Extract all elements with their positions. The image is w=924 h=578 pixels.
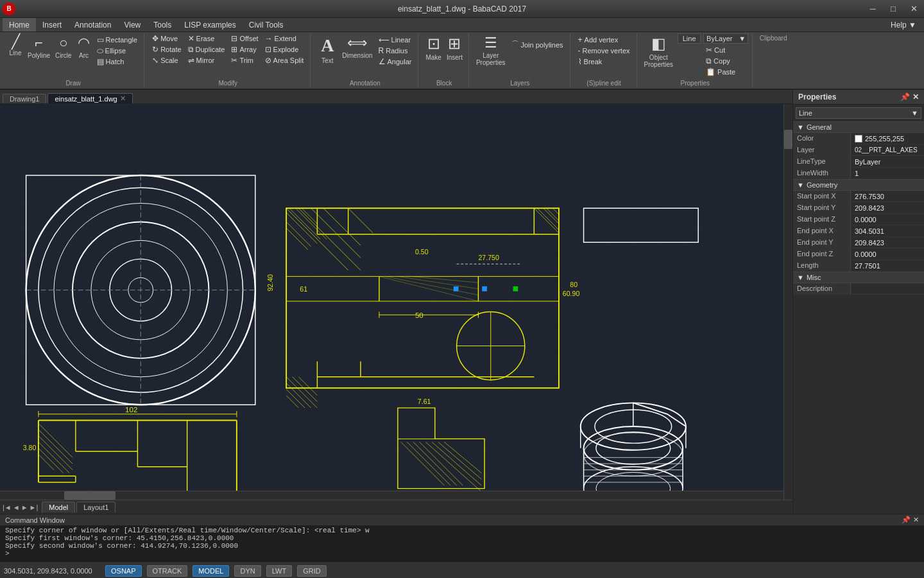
offset-button[interactable]: ⊟Offset bbox=[228, 33, 261, 44]
linewidth-val[interactable]: 1 bbox=[851, 168, 924, 179]
menu-home[interactable]: Home bbox=[3, 18, 36, 31]
maximize-button[interactable]: □ bbox=[883, 0, 903, 18]
array-button[interactable]: ⊞Array bbox=[228, 44, 261, 55]
scale-button[interactable]: ⤡Scale bbox=[150, 55, 184, 66]
menu-lisp[interactable]: LISP examples bbox=[178, 18, 243, 31]
extend-button[interactable]: →Extend bbox=[262, 33, 307, 44]
move-button[interactable]: ✥Move bbox=[150, 33, 184, 44]
length-key: Length bbox=[793, 260, 851, 271]
layout-nav-first[interactable]: |◄ bbox=[3, 504, 12, 511]
trim-button[interactable]: ✂Trim bbox=[228, 55, 261, 66]
geometry-section-header[interactable]: ▼ Geometry bbox=[793, 179, 924, 191]
line-button[interactable]: ╱ Line bbox=[6, 33, 24, 58]
horizontal-scrollbar[interactable] bbox=[0, 491, 783, 500]
rectangle-button[interactable]: ▭ Rectangle bbox=[94, 35, 141, 45]
angular-button[interactable]: ∠Angular bbox=[376, 57, 415, 67]
layer-number-field[interactable]: Line bbox=[678, 33, 701, 44]
general-section-header[interactable]: ▼ General bbox=[793, 121, 924, 133]
color-val[interactable]: 255,255,255 bbox=[851, 133, 924, 144]
object-properties-button[interactable]: ◧ ObjectProperties bbox=[642, 33, 676, 69]
startz-val[interactable]: 0.0000 bbox=[851, 214, 924, 225]
text-button[interactable]: A Text bbox=[316, 33, 339, 66]
otrack-button[interactable]: OTRACK bbox=[147, 565, 188, 577]
cut-button[interactable]: ✂Cut bbox=[703, 45, 748, 55]
endz-val[interactable]: 0.0000 bbox=[851, 249, 924, 259]
misc-section-header[interactable]: ▼ Misc bbox=[793, 272, 924, 283]
model-button[interactable]: MODEL bbox=[193, 565, 229, 577]
tab-einsatz-close[interactable]: ✕ bbox=[120, 94, 126, 103]
menu-civil[interactable]: Civil Tools bbox=[243, 18, 290, 31]
remove-vertex-button[interactable]: -Remove vertex bbox=[576, 46, 633, 56]
tab-einsatz[interactable]: einsatz_blatt_1.dwg ✕ bbox=[47, 93, 132, 103]
model-tab[interactable]: Model bbox=[42, 502, 75, 512]
duplicate-button[interactable]: ⧉Duplicate bbox=[185, 44, 228, 55]
menu-insert[interactable]: Insert bbox=[36, 18, 68, 31]
osnap-button[interactable]: OSNAP bbox=[105, 565, 142, 577]
ellipse-button[interactable]: ⬭ Ellipse bbox=[94, 46, 141, 56]
length-val[interactable]: 27.7501 bbox=[851, 260, 924, 271]
menu-tools[interactable]: Tools bbox=[147, 18, 178, 31]
panel-close-icon[interactable]: ✕ bbox=[912, 92, 919, 101]
startx-val[interactable]: 276.7530 bbox=[851, 191, 924, 202]
layer-properties-button[interactable]: ☰ LayerProperties bbox=[474, 33, 508, 67]
vertical-scrollbar[interactable] bbox=[783, 104, 792, 500]
help-label[interactable]: Help ▼ bbox=[891, 21, 916, 30]
endy-val[interactable]: 209.8423 bbox=[851, 237, 924, 248]
geometry-section-label: Geometry bbox=[807, 181, 837, 189]
radius-button[interactable]: RRadius bbox=[376, 46, 415, 56]
titlebar: B einsatz_blatt_1.dwg - BabaCAD 2017 ─ □… bbox=[0, 0, 924, 18]
ribbon-group-modify: ✥Move ↻Rotate ⤡Scale ✕Erase ⧉Duplicate ⇌… bbox=[146, 33, 311, 87]
cmd-pin-icon[interactable]: 📌 bbox=[902, 516, 911, 524]
layer-val[interactable]: 02__PRT_ALL_AXES bbox=[851, 144, 924, 155]
h-scroll-thumb[interactable] bbox=[64, 491, 116, 500]
ribbon: ╱ Line ⌐ Polyline ○ Circle ◠ Arc bbox=[0, 32, 924, 90]
insert-button[interactable]: ⊞ Insert bbox=[445, 33, 465, 62]
mirror-button[interactable]: ⇌Mirror bbox=[185, 55, 228, 66]
layer-selector[interactable]: ByLayer ▼ bbox=[703, 33, 748, 44]
join-polylines-button[interactable]: ⌒Join polylines bbox=[509, 39, 566, 51]
layout-nav-next[interactable]: ► bbox=[21, 504, 28, 511]
minimize-button[interactable]: ─ bbox=[862, 0, 883, 18]
command-input[interactable] bbox=[12, 550, 919, 557]
endx-val[interactable]: 304.5031 bbox=[851, 225, 924, 236]
break-button[interactable]: ⌇Break bbox=[576, 57, 633, 67]
hatch-button[interactable]: ▤ Hatch bbox=[94, 57, 141, 67]
v-scroll-thumb[interactable] bbox=[784, 130, 792, 149]
layout-nav-prev[interactable]: ◄ bbox=[13, 504, 20, 511]
lwt-button[interactable]: LWT bbox=[266, 565, 292, 577]
dyn-button[interactable]: DYN bbox=[234, 565, 261, 577]
dimension-button[interactable]: ⟺ Dimension bbox=[340, 33, 374, 60]
paste-button[interactable]: 📋Paste bbox=[703, 67, 748, 77]
cad-drawing: 27.750 0.50 92.40 61 60.90 80 50 bbox=[0, 104, 792, 500]
close-button[interactable]: ✕ bbox=[903, 0, 924, 18]
linetype-key: LineType bbox=[793, 156, 851, 167]
menubar: Home Insert Annotation View Tools LISP e… bbox=[0, 18, 924, 32]
layout1-tab[interactable]: Layout1 bbox=[76, 502, 116, 512]
make-button[interactable]: ⊡ Make bbox=[424, 33, 443, 62]
cmd-prompt[interactable]: > bbox=[5, 550, 919, 557]
geometry-collapse-icon: ▼ bbox=[797, 181, 804, 189]
svg-text:92.40: 92.40 bbox=[266, 274, 274, 292]
panel-pin-icon[interactable]: 📌 bbox=[900, 92, 910, 101]
explode-button[interactable]: ⊡Explode bbox=[262, 44, 307, 55]
description-val[interactable] bbox=[851, 283, 924, 294]
grid-button[interactable]: GRID bbox=[297, 565, 327, 577]
menu-view[interactable]: View bbox=[117, 18, 147, 31]
tab-drawing1[interactable]: Drawing1 bbox=[3, 94, 46, 103]
linetype-val[interactable]: ByLayer bbox=[851, 156, 924, 167]
menu-annotation[interactable]: Annotation bbox=[68, 18, 117, 31]
circle-button[interactable]: ○ Circle bbox=[53, 33, 74, 60]
erase-button[interactable]: ✕Erase bbox=[185, 33, 228, 44]
area-split-button[interactable]: ⊘Area Split bbox=[262, 55, 307, 66]
linear-button[interactable]: ⟵Linear bbox=[376, 35, 415, 45]
copy-ribbon-button[interactable]: ⧉Copy bbox=[703, 56, 748, 66]
layout-nav-last[interactable]: ►| bbox=[30, 504, 38, 511]
hatch-icon: ▤ bbox=[97, 57, 104, 66]
arc-button[interactable]: ◠ Arc bbox=[75, 33, 93, 60]
rotate-button[interactable]: ↻Rotate bbox=[150, 44, 184, 55]
add-vertex-button[interactable]: +Add vertex bbox=[576, 35, 633, 45]
polyline-button[interactable]: ⌐ Polyline bbox=[26, 33, 52, 60]
starty-val[interactable]: 209.8423 bbox=[851, 202, 924, 213]
cmd-close-icon[interactable]: ✕ bbox=[913, 516, 919, 524]
property-type-selector[interactable]: Line ▼ bbox=[796, 107, 921, 119]
